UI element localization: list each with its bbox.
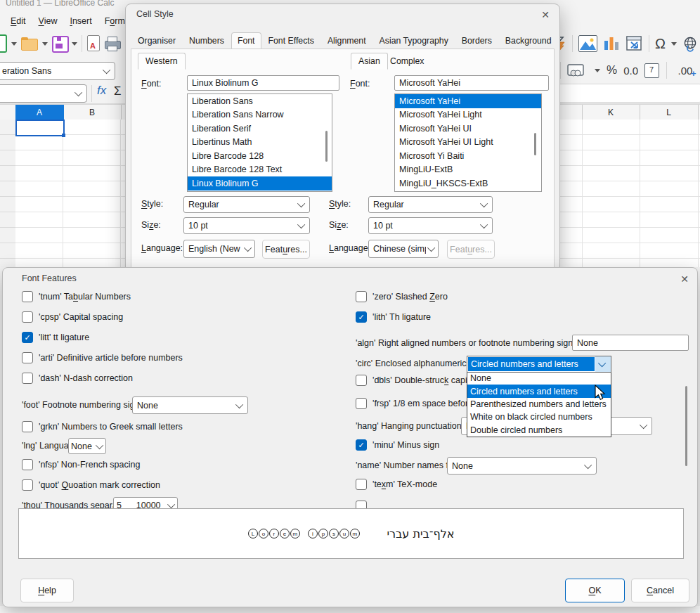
list-item[interactable]: Libre Barcode 128 [188,149,332,163]
western-font-input[interactable]: Linux Biolinum G [187,75,339,91]
chevron-down-icon[interactable] [294,218,309,233]
list-item[interactable]: Microsoft YaHei UI Light [395,136,541,150]
insert-chart-icon[interactable] [603,35,620,52]
western-features-button[interactable]: Features... [262,240,310,259]
frsp-checkbox[interactable] [356,398,367,409]
list-item[interactable]: Microsoft YaHei UI [395,122,541,136]
list-item[interactable]: Microsoft YaHei Light [395,108,541,122]
litt-checkbox[interactable] [22,332,33,343]
list-item[interactable]: Libre Barcode 128 Text [188,163,332,177]
help-button[interactable]: Help [20,579,74,602]
tab-numbers[interactable]: Numbers [183,32,231,50]
dropdown-option-parenthesized[interactable]: Parenthesized numbers and letters [467,398,611,411]
name-box[interactable] [0,84,87,103]
print-icon[interactable] [105,36,120,51]
function-wizard-icon[interactable]: fx [97,84,106,98]
asian-size-combobox[interactable]: 10 pt [368,217,493,234]
zero-checkbox[interactable] [356,291,367,302]
feature-quot[interactable]: 'quot' Quoation mark correction [22,477,160,493]
texm-checkbox[interactable] [356,479,367,490]
asian-font-list[interactable]: Microsoft YaHei Microsoft YaHei Light Mi… [394,93,542,192]
chevron-down-icon[interactable] [595,356,611,372]
asian-language-combobox[interactable]: Chinese (simplified [368,240,439,258]
sheet-grid-right[interactable] [559,120,700,267]
menu-edit[interactable]: Edit [4,15,32,27]
feature-nfsp[interactable]: 'nfsp' Non-French spacing [22,457,140,472]
feature-dbls[interactable]: 'dbls' Double-struck capitals [356,373,481,388]
tab-background[interactable]: Background [499,32,558,50]
lith-checkbox[interactable] [356,311,367,323]
add-decimal-icon[interactable]: .00 + [673,63,697,78]
name-combobox[interactable]: None [447,457,597,475]
tab-asian-typography[interactable]: Asian Typography [373,32,455,50]
list-item[interactable]: Libertinus Math [188,136,332,150]
western-language-combobox[interactable]: English (New Zeala [183,240,255,258]
tab-cell-protection[interactable]: Cell Protection [559,32,561,50]
tnum-checkbox[interactable] [22,291,33,302]
western-style-combobox[interactable]: Regular [183,196,310,213]
chevron-down-icon[interactable] [637,418,652,434]
font-name-dropdown-icon[interactable] [100,63,115,79]
subtab-complex[interactable]: Complex [382,53,432,70]
tab-organiser[interactable]: Organiser [131,32,182,50]
fill-handle[interactable] [62,134,65,137]
chevron-down-icon[interactable] [426,240,438,257]
open-dropdown-icon[interactable] [42,42,48,46]
western-size-combobox[interactable]: 10 pt [183,217,310,234]
subtab-western[interactable]: Western [138,53,186,70]
number-format-icon[interactable]: 0.0 [623,65,638,77]
list-item[interactable]: Liberation Sans Narrow [188,108,332,122]
date-format-icon[interactable]: 7 [644,63,660,78]
chevron-down-icon[interactable] [294,197,309,212]
dbls-checkbox[interactable] [356,375,367,386]
list-item[interactable]: Microsoft Yi Baiti [395,149,541,163]
western-list-scrollbar[interactable] [325,131,328,162]
foot-combobox[interactable]: None [132,396,248,414]
lng-combobox[interactable]: None [68,438,106,454]
list-item[interactable]: Liberation Sans [188,94,332,108]
feature-minu[interactable]: 'minu' Minus sign [356,437,439,453]
minu-checkbox[interactable] [356,439,367,451]
menu-insert[interactable]: Insert [63,15,98,27]
algn-input[interactable]: None [572,335,689,351]
nfsp-checkbox[interactable] [22,459,33,470]
font-name-combobox[interactable]: eration Sans [0,62,115,80]
feature-lith[interactable]: 'lith' Th ligature [356,309,431,325]
list-item[interactable]: MingLiU_HKSCS-ExtB [395,176,541,191]
sum-icon[interactable]: Σ [114,84,122,98]
active-cell-a1[interactable] [15,120,65,136]
pivot-table-icon[interactable] [626,35,643,52]
list-item-selected[interactable]: Microsoft YaHei [395,94,541,108]
list-item[interactable]: MingLiU-ExtB [395,163,541,177]
dash-checkbox[interactable] [22,373,33,384]
asian-list-scrollbar[interactable] [534,133,536,155]
open-folder-icon[interactable] [21,37,38,51]
column-header-a[interactable]: A [15,105,64,120]
chevron-down-icon[interactable] [477,218,492,233]
feature-arti[interactable]: 'arti' Definitive article before numbers [22,350,183,366]
hyperlink-globe-icon[interactable] [682,35,698,52]
save-icon[interactable] [52,36,67,51]
tab-alignment[interactable]: Alignment [321,32,372,50]
cpsp-checkbox[interactable] [22,311,33,323]
feature-grkn[interactable]: 'grkn' Numbers to Greek small letters [22,419,183,434]
font-features-close-icon[interactable]: ✕ [676,272,693,286]
name-box-dropdown-icon[interactable] [72,85,86,102]
arti-checkbox[interactable] [22,352,33,363]
feature-texm[interactable]: 'texm' TeX-mode [356,477,437,492]
chevron-down-icon[interactable] [477,197,492,212]
grkn-checkbox[interactable] [22,421,33,432]
percent-format-icon[interactable]: % [607,63,617,77]
cell-style-close-icon[interactable]: ✕ [537,8,554,22]
save-dropdown-icon[interactable] [72,42,77,46]
chevron-down-icon[interactable] [233,397,247,413]
special-character-dropdown-icon[interactable] [671,42,677,46]
column-header-b[interactable]: B [63,105,122,120]
feature-dash[interactable]: 'dash' N-dash correction [22,370,133,386]
export-pdf-icon[interactable]: A [86,35,101,52]
menu-view[interactable]: View [32,15,64,27]
chevron-down-icon[interactable] [581,458,596,474]
feature-tnum[interactable]: 'tnum' Tabular Numbers [22,289,131,304]
chevron-down-icon[interactable] [94,439,105,453]
column-header-k[interactable]: K [582,105,640,120]
